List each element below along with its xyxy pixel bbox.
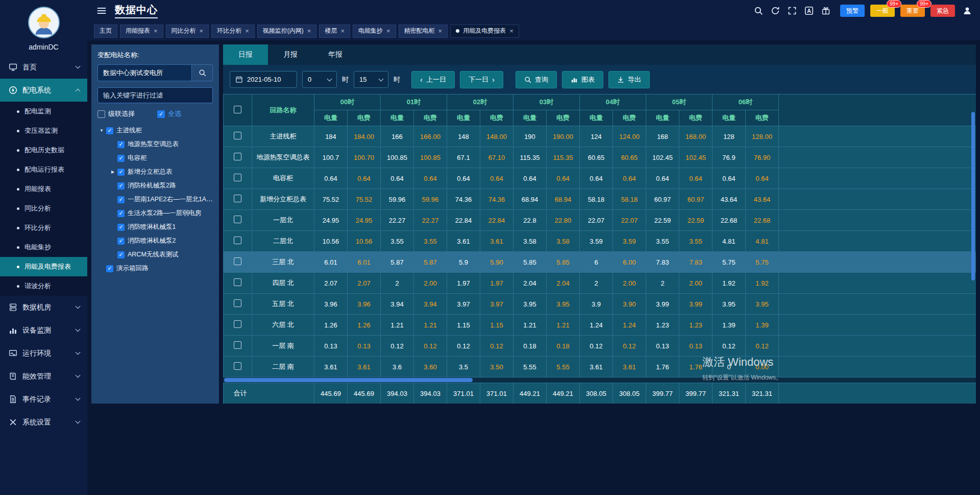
- table-row[interactable]: 二层 南3.613.613.63.603.53.505.555.553.613.…: [224, 357, 976, 378]
- tab-环比分析[interactable]: 环比分析×: [211, 25, 255, 38]
- close-icon[interactable]: ×: [154, 28, 158, 34]
- tab-主页[interactable]: 主页: [94, 25, 117, 38]
- submenu-item-配电监测[interactable]: 配电监测: [0, 102, 87, 121]
- close-icon[interactable]: ×: [386, 28, 390, 34]
- tree-node-演示箱回路[interactable]: 演示箱回路: [97, 262, 213, 275]
- table-row[interactable]: 一层 南0.130.130.120.120.120.120.180.180.12…: [224, 336, 976, 357]
- search-icon[interactable]: [754, 6, 763, 15]
- translate-icon[interactable]: A: [804, 6, 814, 15]
- table-row[interactable]: 五层 北3.963.963.943.943.973.973.953.953.93…: [224, 294, 976, 315]
- tree-node-电容柜[interactable]: 电容柜: [97, 151, 213, 165]
- refresh-icon[interactable]: [771, 6, 780, 15]
- row-checkbox[interactable]: [234, 341, 241, 349]
- sidebar-item-数据机房[interactable]: 数据机房: [0, 296, 87, 319]
- tree-node-生活水泵2路—一层弱电房[interactable]: 生活水泵2路—一层弱电房: [97, 206, 213, 220]
- table-row[interactable]: 三层 北6.016.015.875.875.95.905.855.8566.00…: [224, 252, 976, 273]
- chart-button[interactable]: 图表: [562, 71, 603, 88]
- row-checkbox[interactable]: [234, 299, 241, 307]
- tree-checkbox[interactable]: [117, 251, 125, 258]
- close-icon[interactable]: ×: [438, 28, 443, 34]
- select-all-checkbox[interactable]: [157, 110, 165, 118]
- tree-checkbox[interactable]: [117, 155, 125, 162]
- table-row[interactable]: 新增分立柜总表75.5275.5259.9659.9674.3674.3668.…: [224, 189, 976, 210]
- submenu-item-电能集抄[interactable]: 电能集抄: [0, 238, 87, 257]
- tree-node-消防喷淋机械泵1[interactable]: 消防喷淋机械泵1: [97, 220, 213, 234]
- close-icon[interactable]: ×: [340, 28, 345, 34]
- table-row[interactable]: 二层北10.5610.563.553.553.613.613.583.583.5…: [224, 231, 976, 252]
- tab-用能报表[interactable]: 用能报表×: [120, 25, 163, 38]
- fullscreen-icon[interactable]: [788, 6, 797, 15]
- row-checkbox[interactable]: [234, 132, 241, 139]
- tree-node-一层南1APE2右—一层北1APE1左[interactable]: 一层南1APE2右—一层北1APE1左: [97, 193, 213, 206]
- date-picker[interactable]: 2021-05-10: [230, 71, 297, 88]
- tab-视频监控(内网)[interactable]: 视频监控(内网)×: [257, 25, 317, 38]
- tab-楼层[interactable]: 楼层×: [319, 25, 350, 38]
- period-tab-月报[interactable]: 月报: [268, 44, 313, 65]
- row-checkbox[interactable]: [234, 195, 241, 202]
- tab-电能集抄[interactable]: 电能集抄×: [353, 25, 396, 38]
- hour-from-select[interactable]: 0: [302, 71, 337, 88]
- tab-用能及电费报表[interactable]: 用能及电费报表×: [450, 25, 519, 38]
- submenu-item-用能及电费报表[interactable]: 用能及电费报表: [0, 257, 87, 276]
- vertical-scrollbar-thumb[interactable]: [971, 112, 975, 280]
- tree-node-地源热泵空调总表[interactable]: 地源热泵空调总表: [97, 137, 213, 151]
- sidebar-item-首页[interactable]: 首页: [0, 56, 87, 79]
- row-checkbox[interactable]: [234, 216, 241, 223]
- submenu-item-用能报表[interactable]: 用能报表: [0, 179, 87, 199]
- tree-node-ARCM无线表测试[interactable]: ARCM无线表测试: [97, 248, 213, 262]
- tree-checkbox[interactable]: [117, 238, 125, 245]
- table-row[interactable]: 电容柜0.640.640.640.640.640.640.640.640.640…: [224, 168, 976, 189]
- select-all-rows-checkbox[interactable]: [234, 106, 241, 113]
- next-day-button[interactable]: 下一日 ›: [460, 71, 503, 88]
- caret-right-icon[interactable]: ▶: [110, 170, 116, 174]
- close-icon[interactable]: ×: [307, 28, 311, 34]
- tree-node-消防喷淋机械泵2[interactable]: 消防喷淋机械泵2: [97, 234, 213, 248]
- table-row[interactable]: 四层 北2.072.0722.001.971.972.042.0422.0022…: [224, 273, 976, 294]
- alert-button-重要[interactable]: 重要99+: [900, 5, 925, 17]
- cascade-checkbox[interactable]: [97, 110, 105, 118]
- tree-node-新增分立柜总表[interactable]: ▶新增分立柜总表: [97, 165, 213, 179]
- tree-checkbox[interactable]: [117, 210, 125, 217]
- close-icon[interactable]: ×: [245, 28, 249, 34]
- horizontal-scrollbar-thumb[interactable]: [224, 378, 473, 382]
- caret-down-icon[interactable]: ▼: [99, 128, 105, 133]
- query-button[interactable]: 查询: [516, 71, 557, 88]
- prev-day-button[interactable]: ‹ 上一日: [411, 71, 455, 88]
- row-checkbox[interactable]: [234, 278, 241, 286]
- period-tab-日报[interactable]: 日报: [223, 44, 268, 65]
- tree-checkbox[interactable]: [106, 127, 113, 134]
- tree-checkbox[interactable]: [117, 196, 125, 203]
- table-row[interactable]: 一层北24.9524.9522.2722.2722.8422.8422.822.…: [224, 210, 976, 231]
- tree-node-主进线柜[interactable]: ▼主进线柜: [97, 124, 213, 137]
- submenu-item-同比分析[interactable]: 同比分析: [0, 199, 87, 218]
- sidebar-item-事件记录[interactable]: 事件记录: [0, 388, 87, 411]
- close-icon[interactable]: ×: [200, 28, 204, 34]
- table-row[interactable]: 地源热泵空调总表100.7100.70100.85100.8567.167.10…: [224, 147, 976, 168]
- station-search-button[interactable]: [191, 64, 213, 81]
- submenu-item-谐波分析[interactable]: 谐波分析: [0, 276, 87, 296]
- tab-同比分析[interactable]: 同比分析×: [166, 25, 209, 38]
- row-checkbox[interactable]: [234, 237, 241, 244]
- row-checkbox[interactable]: [234, 362, 241, 370]
- sidebar-item-系统设置[interactable]: 系统设置: [0, 411, 87, 434]
- alert-button-预警[interactable]: 预警: [840, 5, 865, 17]
- tree-node-消防栓机械泵2路[interactable]: 消防栓机械泵2路: [97, 179, 213, 193]
- sidebar-item-能效管理[interactable]: 能效管理: [0, 365, 87, 388]
- station-input[interactable]: [97, 64, 191, 81]
- alert-button-一般[interactable]: 一般99+: [870, 5, 895, 17]
- sidebar-item-配电系统[interactable]: 配电系统: [0, 79, 87, 102]
- sidebar-item-运行环境[interactable]: 运行环境: [0, 342, 87, 365]
- table-row[interactable]: 六层 北1.261.261.211.211.151.151.211.211.24…: [224, 315, 976, 336]
- tree-filter-input[interactable]: [97, 87, 213, 103]
- submenu-item-配电历史数据[interactable]: 配电历史数据: [0, 140, 87, 160]
- tree-checkbox[interactable]: [117, 182, 125, 190]
- table-row[interactable]: 主进线柜184184.00166166.00148148.00190190.00…: [224, 126, 976, 147]
- tree-checkbox[interactable]: [106, 265, 113, 272]
- row-checkbox[interactable]: [234, 174, 241, 181]
- tree-checkbox[interactable]: [117, 224, 125, 231]
- sidebar-item-设备监测[interactable]: 设备监测: [0, 319, 87, 342]
- gift-icon[interactable]: [821, 6, 830, 15]
- hour-to-select[interactable]: 15: [354, 71, 388, 88]
- tree-checkbox[interactable]: [117, 169, 125, 176]
- close-icon[interactable]: ×: [509, 28, 513, 34]
